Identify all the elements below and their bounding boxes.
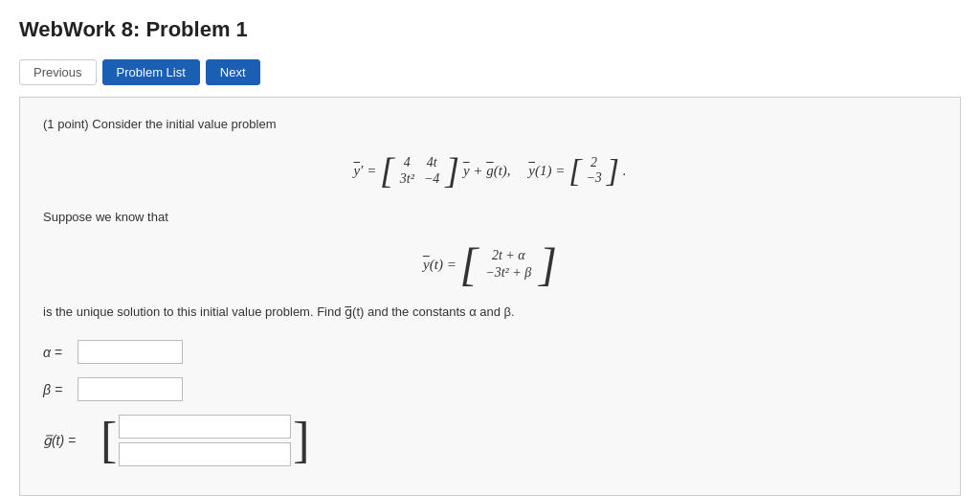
solution-display: y(t) = [ 2t + α −3t² + β ] — [43, 241, 937, 287]
matrix-a11: 4 — [400, 155, 414, 170]
matrix-a22: −4 — [424, 171, 439, 187]
nav-bar: Previous Problem List Next — [0, 52, 980, 97]
g-vector-section: g̅(t) = [ ] — [43, 415, 937, 466]
alpha-input[interactable] — [78, 340, 183, 364]
intro-text: (1 point) Consider the initial value pro… — [43, 117, 937, 131]
solution-r1: 2t + α — [485, 248, 531, 263]
problem-list-button[interactable]: Problem List — [102, 59, 200, 85]
g1-input[interactable] — [119, 415, 291, 439]
initial-v2: −3 — [586, 170, 601, 186]
next-button[interactable]: Next — [206, 59, 260, 85]
g-inputs — [119, 415, 291, 466]
alpha-label: α = — [43, 345, 70, 360]
previous-button[interactable]: Previous — [19, 59, 97, 85]
beta-row: β = — [43, 377, 937, 401]
g2-input[interactable] — [119, 442, 291, 466]
g-label: g̅(t) = — [43, 433, 93, 448]
left-bracket-icon: [ — [100, 416, 117, 465]
page-title: WebWork 8: Problem 1 — [0, 0, 980, 52]
matrix-a21: 3t² — [400, 171, 414, 187]
suppose-text: Suppose we know that — [43, 210, 937, 224]
beta-input[interactable] — [78, 377, 183, 401]
unique-text: is the unique solution to this initial v… — [43, 304, 937, 319]
initial-v1: 2 — [586, 155, 601, 170]
alpha-row: α = — [43, 340, 937, 364]
solution-r2: −3t² + β — [485, 265, 531, 281]
beta-label: β = — [43, 382, 70, 397]
right-bracket-icon: ] — [293, 416, 309, 465]
problem-box: (1 point) Consider the initial value pro… — [19, 97, 961, 496]
matrix-a12: 4t — [424, 155, 439, 170]
ode-equation: y′ = [ 4 4t 3t² −4 ] y + g(t), y(1) = [ … — [43, 152, 937, 189]
g-bracket-container: [ ] — [100, 415, 310, 466]
